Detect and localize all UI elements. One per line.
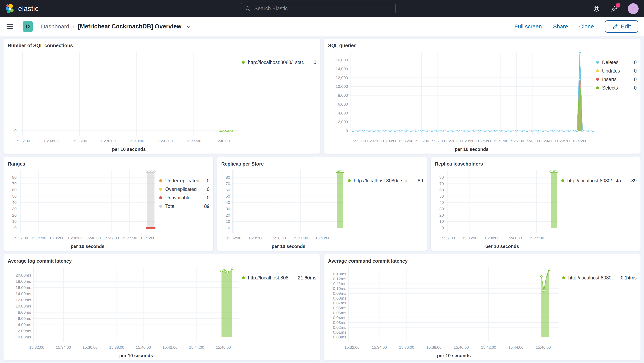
legend-value: 0 bbox=[309, 60, 316, 65]
edit-button[interactable]: Edit bbox=[605, 20, 638, 33]
user-avatar[interactable]: r bbox=[628, 3, 638, 14]
svg-text:50: 50 bbox=[226, 194, 230, 198]
chart-legend: http://localhost:8080/_stat...0 bbox=[242, 49, 316, 152]
svg-text:15:46:00: 15:46:00 bbox=[215, 139, 230, 143]
svg-text:12,000: 12,000 bbox=[336, 75, 348, 80]
panel-title[interactable]: Replicas per Store bbox=[221, 161, 423, 167]
svg-text:15:32:00: 15:32:00 bbox=[13, 236, 28, 240]
legend-label: http://localhost:8080/_stat... bbox=[248, 60, 306, 65]
panel-title[interactable]: SQL queries bbox=[328, 42, 637, 49]
svg-text:15:45:00: 15:45:00 bbox=[556, 139, 572, 143]
svg-text:20: 20 bbox=[226, 213, 230, 217]
panel-replicas-per-store: Replicas per Store 15:32:0015:35:0015:38… bbox=[217, 157, 427, 251]
svg-text:15:36:00: 15:36:00 bbox=[82, 345, 98, 349]
panel-title[interactable]: Average command commit latency bbox=[328, 258, 637, 264]
svg-text:15:39:00: 15:39:00 bbox=[462, 139, 476, 143]
legend-item[interactable]: Inserts0 bbox=[596, 76, 637, 83]
pencil-icon bbox=[612, 24, 618, 30]
full-screen-button[interactable]: Full screen bbox=[514, 24, 542, 30]
svg-text:15:33:00: 15:33:00 bbox=[366, 139, 382, 143]
legend-item[interactable]: http://localhost:8080/_sta...89 bbox=[561, 177, 637, 184]
chart-number-of-sql-connections[interactable]: 15:32:0015:34:0015:36:0015:38:0015:40:00… bbox=[7, 49, 242, 152]
dashboard-toolbar: D Dashboard / [Metricbeat CockroachDB] O… bbox=[0, 18, 644, 36]
svg-text:15:38:00: 15:38:00 bbox=[100, 139, 116, 143]
legend-value: 0 bbox=[630, 77, 637, 82]
svg-text:per 10 seconds: per 10 seconds bbox=[437, 353, 471, 358]
svg-text:15:32:00: 15:32:00 bbox=[29, 345, 44, 349]
legend-value: 0 bbox=[202, 195, 210, 201]
legend-value: 21.60ms bbox=[294, 275, 316, 281]
chart-replica-leaseholders[interactable]: 15:32:0015:35:0015:38:0015:41:0015:44:00… bbox=[434, 168, 561, 249]
legend-value: 89 bbox=[627, 178, 637, 184]
legend-item[interactable]: http://localhost:8080/_sta...89 bbox=[348, 177, 423, 184]
legend-dot-icon bbox=[242, 276, 245, 279]
legend-item[interactable]: http://localhost:8080...0.14ms bbox=[562, 274, 637, 281]
svg-text:15:38:00: 15:38:00 bbox=[109, 345, 124, 349]
legend-dot-icon bbox=[561, 179, 564, 182]
svg-text:0.04ms: 0.04ms bbox=[333, 315, 346, 320]
help-button[interactable] bbox=[592, 5, 601, 13]
legend-item[interactable]: Deletes0 bbox=[596, 59, 637, 66]
breadcrumb-dashboard-link[interactable]: Dashboard bbox=[41, 23, 69, 30]
svg-text:30: 30 bbox=[12, 207, 16, 211]
legend-label: Deletes bbox=[602, 60, 618, 65]
svg-text:15:35:00: 15:35:00 bbox=[462, 236, 477, 240]
svg-text:60: 60 bbox=[439, 188, 444, 192]
legend-item[interactable]: Unavailable0 bbox=[159, 194, 210, 201]
svg-text:15:36:00: 15:36:00 bbox=[72, 139, 87, 143]
legend-item[interactable]: Selects0 bbox=[596, 85, 637, 91]
legend-item[interactable]: http://localhost:8080/_stat...0 bbox=[242, 59, 316, 66]
legend-label: http://localhost:8080/_sta... bbox=[354, 178, 410, 184]
chart-ranges[interactable]: 15:32:0015:34:0015:36:0015:38:0015:40:00… bbox=[7, 168, 159, 249]
legend-item[interactable]: http://localhost:808...21.60ms bbox=[242, 274, 316, 281]
legend-label: http://localhost:808... bbox=[248, 275, 290, 281]
badge-letter: D bbox=[26, 23, 30, 30]
svg-text:0.03ms: 0.03ms bbox=[333, 320, 346, 325]
share-button[interactable]: Share bbox=[553, 24, 568, 30]
legend-item[interactable]: Total89 bbox=[159, 203, 210, 209]
svg-text:8.00ms: 8.00ms bbox=[18, 310, 31, 314]
legend-item[interactable]: Underreplicated0 bbox=[159, 177, 210, 184]
svg-text:15:32:00: 15:32:00 bbox=[351, 139, 366, 143]
svg-text:15:42:00: 15:42:00 bbox=[104, 236, 119, 240]
svg-text:15:43:00: 15:43:00 bbox=[525, 139, 540, 143]
svg-text:15:38:00: 15:38:00 bbox=[484, 236, 500, 240]
panel-ranges: Ranges 15:32:0015:34:0015:36:0015:38:001… bbox=[3, 157, 214, 251]
panel-title[interactable]: Average log commit latency bbox=[8, 258, 316, 264]
svg-text:40: 40 bbox=[12, 200, 16, 205]
svg-text:15:38:00: 15:38:00 bbox=[271, 236, 286, 240]
whats-new-button[interactable] bbox=[610, 5, 618, 13]
legend-item[interactable]: Updates0 bbox=[596, 68, 637, 74]
svg-text:15:34:00: 15:34:00 bbox=[56, 345, 71, 349]
svg-text:0: 0 bbox=[228, 225, 230, 230]
svg-text:0.12ms: 0.12ms bbox=[333, 276, 346, 281]
legend-dot-icon bbox=[348, 179, 351, 182]
svg-text:12.00ms: 12.00ms bbox=[16, 298, 31, 302]
svg-text:15:32:00: 15:32:00 bbox=[440, 236, 455, 240]
svg-text:0: 0 bbox=[14, 128, 16, 133]
svg-text:15:32:00: 15:32:00 bbox=[226, 236, 241, 240]
menu-button[interactable] bbox=[0, 18, 19, 36]
legend-label: Selects bbox=[602, 85, 618, 91]
panel-title[interactable]: Replica leaseholders bbox=[435, 161, 637, 167]
page-title: [Metricbeat CockroachDB] Overview bbox=[78, 23, 182, 30]
chart-replicas-per-store[interactable]: 15:32:0015:35:0015:38:0015:41:0015:44:00… bbox=[221, 168, 348, 249]
panel-title[interactable]: Ranges bbox=[8, 161, 210, 167]
svg-text:15:40:00: 15:40:00 bbox=[129, 139, 144, 143]
svg-text:20.00ms: 20.00ms bbox=[16, 273, 31, 277]
panel-title[interactable]: Number of SQL connections bbox=[8, 42, 316, 49]
legend-dot-icon bbox=[596, 61, 599, 64]
legend-item[interactable]: Overreplicated0 bbox=[159, 186, 210, 192]
svg-text:2.00ms: 2.00ms bbox=[18, 328, 31, 333]
panel-number-of-sql-connections: Number of SQL connections 15:32:0015:34:… bbox=[3, 39, 320, 154]
elastic-logo[interactable]: elastic bbox=[6, 4, 39, 14]
chart-sql-queries[interactable]: 15:32:0015:33:0015:34:0015:35:0015:36:00… bbox=[328, 49, 596, 152]
legend-dot-icon bbox=[159, 179, 162, 182]
title-menu-button[interactable] bbox=[186, 24, 191, 29]
svg-text:4.00ms: 4.00ms bbox=[18, 322, 31, 327]
clone-button[interactable]: Clone bbox=[579, 24, 594, 30]
global-search[interactable] bbox=[241, 3, 396, 14]
chart-average-command-commit-latency[interactable]: 15:32:0015:34:0015:36:0015:38:0015:40:00… bbox=[328, 265, 562, 358]
chart-average-log-commit-latency[interactable]: 15:32:0015:34:0015:36:0015:38:0015:40:00… bbox=[7, 265, 242, 358]
search-input[interactable] bbox=[254, 6, 392, 12]
